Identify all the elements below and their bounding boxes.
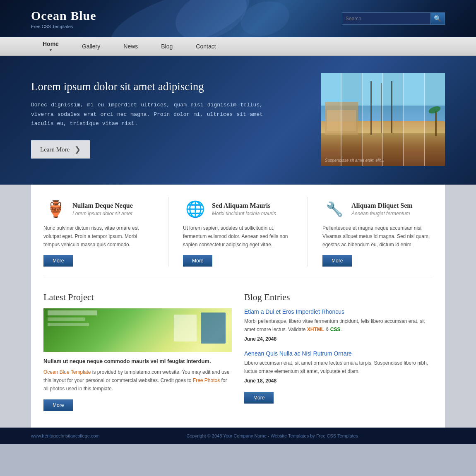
blog-entries: Blog Entries Etiam a Dui et Eros Imperdi… [244, 292, 433, 411]
project-text: Ocean Blue Template is provided by templ… [43, 368, 232, 393]
feature-icon-1: 🏺 [43, 197, 67, 221]
feature-row: 🏺 Nullam Deque Neque Lorem ipsum dolor s… [43, 197, 433, 277]
hero-image-caption: Suspendisse sit amet enim elit... [325, 158, 384, 163]
nav-active-arrow: ▼ [49, 48, 53, 52]
feature-box-1: 🏺 Nullam Deque Neque Lorem ipsum dolor s… [43, 197, 162, 267]
blog-entry-2-title[interactable]: Aenean Quis Nulla ac Nisl Rutrum Ornare [244, 350, 433, 357]
blog-title: Blog Entries [244, 292, 433, 303]
hero-image: Suspendisse sit amet enim elit... [321, 73, 445, 166]
hero-section: Lorem ipsum dolor sit amet adipiscing Do… [0, 56, 476, 185]
site-tagline: Free CSS Templates [31, 24, 96, 29]
nav-item-contact[interactable]: Contact [184, 37, 227, 55]
feature-title-1: Nullam Deque Neque [72, 202, 133, 209]
hero-body: Donec dignissim, mi eu imperdiet ultrice… [31, 101, 263, 129]
learn-more-button[interactable]: Learn More ❯ [31, 140, 90, 159]
nav-item-home[interactable]: Home ▼ [31, 37, 70, 55]
nav-item-blog[interactable]: Blog [149, 37, 184, 55]
main-content: 🏺 Nullam Deque Neque Lorem ipsum dolor s… [0, 185, 476, 428]
blog-entry-2-date: June 18, 2048 [244, 378, 433, 384]
blog-entry-2: Aenean Quis Nulla ac Nisl Rutrum Ornare … [244, 350, 433, 384]
project-more-btn[interactable]: More [43, 399, 73, 411]
content-wrapper: 🏺 Nullam Deque Neque Lorem ipsum dolor s… [31, 185, 445, 428]
feature-title-3: Aliquam Dliquet Sem [351, 202, 413, 209]
nav-item-gallery[interactable]: Gallery [70, 37, 112, 55]
site-title: Ocean Blue [31, 9, 96, 23]
feature-icon-2: 🌐 [183, 197, 207, 221]
feature-subtitle-1: Lorem ipsum dolor sit amet [72, 211, 133, 216]
latest-project: Latest Project Nullam ut neque neque com… [43, 292, 232, 411]
feature-icon-3: 🔧 [322, 197, 346, 221]
feature-more-btn-2[interactable]: More [183, 255, 212, 267]
site-brand: Ocean Blue Free CSS Templates [31, 9, 96, 29]
latest-project-title: Latest Project [43, 292, 232, 303]
xhtml-link[interactable]: XHTML [307, 327, 324, 332]
blog-entry-2-body: Libero accumsan erat, sit amet ornare le… [244, 359, 433, 376]
blog-more-btn[interactable]: More [244, 392, 274, 404]
project-link2[interactable]: Free Photos [193, 377, 220, 383]
footer-url: www.heritagechristiancollege.com [31, 433, 100, 438]
search-input[interactable] [342, 12, 431, 25]
feature-subtitle-2: Morbi tincidunt lacinia mauris [212, 211, 276, 216]
blog-entry-1-date: June 24, 2048 [244, 336, 433, 342]
feature-subtitle-3: Aenean feugiat fermentum [351, 211, 413, 216]
hero-text-block: Lorem ipsum dolor sit amet adipiscing Do… [31, 80, 263, 159]
nav-item-news[interactable]: News [112, 37, 149, 55]
blog-entry-1-body: Morbi pellentesque, libero vitae ferment… [244, 317, 433, 334]
feature-box-3: 🔧 Aliquam Dliquet Sem Aenean feugiat fer… [314, 197, 433, 267]
search-button[interactable]: 🔍 [431, 12, 445, 25]
blog-entry-1: Etiam a Dui et Eros Imperdiet Rhoncus Mo… [244, 308, 433, 342]
hero-heading: Lorem ipsum dolor sit amet adipiscing [31, 80, 263, 93]
header: Ocean Blue Free CSS Templates 🔍 [0, 0, 476, 37]
feature-box-2: 🌐 Sed Aliquam Mauris Morbi tincidunt lac… [175, 197, 301, 267]
chevron-right-icon: ❯ [75, 145, 81, 154]
feature-title-2: Sed Aliquam Mauris [212, 202, 276, 209]
feature-more-btn-3[interactable]: More [322, 255, 352, 267]
footer-copyright: Copyright © 2048 Your Company Name - Web… [100, 433, 445, 438]
project-link1[interactable]: Ocean Blue Template [43, 369, 91, 375]
lower-section: Latest Project Nullam ut neque neque com… [43, 292, 433, 411]
feature-more-btn-1[interactable]: More [43, 255, 73, 267]
css-link[interactable]: CSS [330, 327, 341, 332]
search-form: 🔍 [342, 12, 445, 25]
navigation: Home ▼ Gallery News Blog Contact [0, 37, 476, 56]
blog-entry-1-title[interactable]: Etiam a Dui et Eros Imperdiet Rhoncus [244, 308, 433, 315]
feature-body-3: Pellentesque et magna neque accumsan nis… [322, 224, 433, 249]
footer: www.heritagechristiancollege.com Copyrig… [0, 428, 476, 444]
project-image [43, 308, 232, 352]
feature-body-1: Nunc pulvinar dictum risus, vitae ornare… [43, 224, 154, 249]
project-description: Nullam ut neque neque commodo mauris vel… [43, 358, 232, 364]
feature-body-2: Ut lorem sapien, sodales ut sollicitudin… [183, 224, 293, 249]
